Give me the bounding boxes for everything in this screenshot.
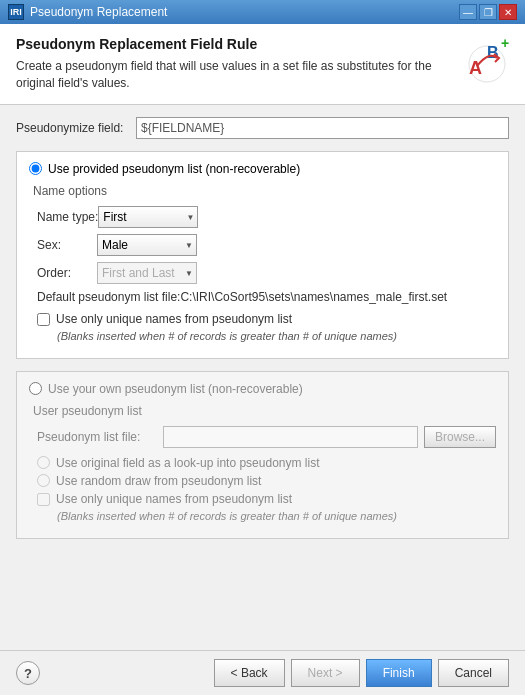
own-radio-label[interactable]: Use your own pseudonym list (non-recover…: [48, 382, 303, 396]
sex-row: Sex: Male Female: [29, 234, 496, 256]
default-file-row: Default pseudonym list file: C:\IRI\CoSo…: [29, 290, 496, 304]
unique-checkbox[interactable]: [37, 313, 50, 326]
title-bar: IRI Pseudonym Replacement — ❐ ✕: [0, 0, 525, 24]
cancel-button[interactable]: Cancel: [438, 659, 509, 687]
dialog-content: Pseudonymize field: Use provided pseudon…: [0, 105, 525, 650]
original-field-label[interactable]: Use original field as a look-up into pse…: [56, 456, 319, 470]
own-unique-checkbox[interactable]: [37, 493, 50, 506]
unique-checkbox-row: Use only unique names from pseudonym lis…: [29, 312, 496, 326]
file-text-input[interactable]: [163, 426, 418, 448]
order-label: Order:: [37, 266, 97, 280]
own-blank-hint: (Blanks inserted when # of records is gr…: [29, 510, 496, 522]
order-select[interactable]: First and Last Last and First: [97, 262, 197, 284]
random-draw-row: Use random draw from pseudonym list: [29, 474, 496, 488]
back-button[interactable]: < Back: [214, 659, 285, 687]
name-options-title: Name options: [29, 184, 496, 198]
provided-radio[interactable]: [29, 162, 42, 175]
blank-hint: (Blanks inserted when # of records is gr…: [29, 330, 496, 342]
original-field-row: Use original field as a look-up into pse…: [29, 456, 496, 470]
dialog-description: Create a pseudonym field that will use v…: [16, 58, 439, 92]
sex-select[interactable]: Male Female: [97, 234, 197, 256]
minimize-button[interactable]: —: [459, 4, 477, 20]
own-radio-header: Use your own pseudonym list (non-recover…: [29, 382, 496, 396]
dialog-header: Pseudonym Replacement Field Rule Create …: [0, 24, 525, 105]
help-button[interactable]: ?: [16, 661, 40, 685]
default-file-value: C:\IRI\CoSort95\sets\names\names_male_fi…: [180, 290, 447, 304]
order-select-wrapper: First and Last Last and First: [97, 262, 197, 284]
file-input-row: Pseudonym list file: Browse...: [29, 426, 496, 448]
window-title: Pseudonym Replacement: [30, 5, 167, 19]
own-unique-checkbox-row: Use only unique names from pseudonym lis…: [29, 492, 496, 506]
app-icon: IRI: [8, 4, 24, 20]
pseudonymize-field-label: Pseudonymize field:: [16, 121, 136, 135]
pseudonymize-field-input[interactable]: [136, 117, 509, 139]
next-button[interactable]: Next >: [291, 659, 360, 687]
order-row: Order: First and Last Last and First: [29, 262, 496, 284]
finish-button[interactable]: Finish: [366, 659, 432, 687]
header-icon: A B +: [449, 36, 509, 86]
dialog-footer: ? < Back Next > Finish Cancel: [0, 650, 525, 695]
name-type-select-wrapper: First Last First and Last: [98, 206, 198, 228]
own-radio[interactable]: [29, 382, 42, 395]
random-draw-label[interactable]: Use random draw from pseudonym list: [56, 474, 261, 488]
browse-button[interactable]: Browse...: [424, 426, 496, 448]
name-type-label: Name type:: [37, 210, 98, 224]
own-section: Use your own pseudonym list (non-recover…: [16, 371, 509, 539]
default-file-label: Default pseudonym list file:: [37, 290, 180, 304]
file-label: Pseudonym list file:: [37, 430, 157, 444]
sex-label: Sex:: [37, 238, 97, 252]
user-list-title: User pseudonym list: [29, 404, 496, 418]
close-button[interactable]: ✕: [499, 4, 517, 20]
sex-select-wrapper: Male Female: [97, 234, 197, 256]
own-unique-checkbox-label[interactable]: Use only unique names from pseudonym lis…: [56, 492, 292, 506]
provided-radio-label[interactable]: Use provided pseudonym list (non-recover…: [48, 162, 300, 176]
pseudonymize-field-row: Pseudonymize field:: [16, 117, 509, 139]
original-field-radio[interactable]: [37, 456, 50, 469]
svg-text:+: +: [501, 36, 509, 51]
svg-text:A: A: [469, 58, 482, 78]
dialog-title: Pseudonym Replacement Field Rule: [16, 36, 439, 52]
svg-text:B: B: [487, 44, 499, 61]
provided-radio-header: Use provided pseudonym list (non-recover…: [29, 162, 496, 176]
random-draw-radio[interactable]: [37, 474, 50, 487]
dialog: Pseudonym Replacement Field Rule Create …: [0, 24, 525, 695]
provided-section: Use provided pseudonym list (non-recover…: [16, 151, 509, 359]
restore-button[interactable]: ❐: [479, 4, 497, 20]
name-type-select[interactable]: First Last First and Last: [98, 206, 198, 228]
window-controls: — ❐ ✕: [459, 4, 517, 20]
unique-checkbox-label[interactable]: Use only unique names from pseudonym lis…: [56, 312, 292, 326]
name-type-row: Name type: First Last First and Last: [29, 206, 496, 228]
